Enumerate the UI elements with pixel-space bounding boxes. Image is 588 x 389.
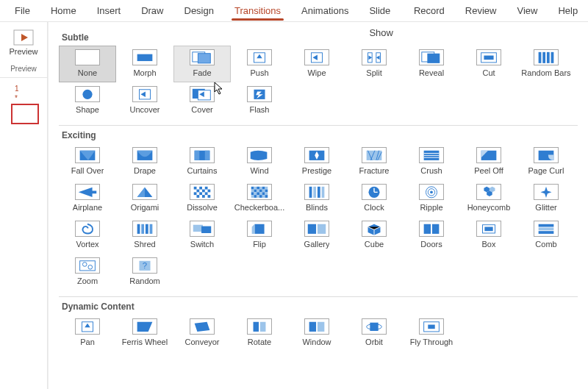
- tab-slide-show[interactable]: Slide Show: [359, 0, 404, 22]
- transition-gallery[interactable]: Gallery: [288, 217, 345, 254]
- transition-none-label: None: [78, 68, 97, 77]
- svg-rect-17: [539, 51, 542, 63]
- transition-fly-through[interactable]: Fly Through: [403, 315, 460, 351]
- transition-comb[interactable]: Comb: [517, 217, 575, 254]
- slide-animation-indicator: *: [9, 96, 18, 101]
- transition-crush[interactable]: Crush: [403, 143, 460, 180]
- tab-review[interactable]: Review: [455, 0, 507, 22]
- transition-shape[interactable]: Shape: [59, 82, 116, 119]
- tab-insert[interactable]: Insert: [87, 0, 132, 22]
- transition-ferris-wheel[interactable]: Ferris Wheel: [116, 315, 173, 351]
- tab-file[interactable]: File: [4, 0, 40, 22]
- transition-page-curl[interactable]: Page Curl: [517, 143, 575, 180]
- transition-rotate[interactable]: Rotate: [231, 315, 288, 351]
- transition-uncover[interactable]: Uncover: [116, 82, 173, 119]
- transition-prestige[interactable]: Prestige: [288, 143, 345, 180]
- transition-uncover-icon: [132, 86, 157, 102]
- svg-rect-71: [259, 195, 262, 198]
- transition-wind[interactable]: Wind: [231, 143, 288, 180]
- transition-split[interactable]: Split: [345, 46, 403, 82]
- tab-design[interactable]: Design: [174, 0, 224, 22]
- svg-rect-83: [322, 186, 325, 197]
- transition-clock-label: Clock: [364, 203, 384, 212]
- section-title-exciting: Exciting: [62, 130, 578, 140]
- svg-rect-61: [254, 189, 257, 192]
- svg-rect-14: [427, 53, 440, 63]
- transition-peel-off[interactable]: Peel Off: [460, 143, 517, 180]
- transition-pan-icon: [75, 318, 100, 335]
- tab-help[interactable]: Help: [548, 0, 588, 22]
- svg-rect-67: [257, 195, 259, 198]
- svg-rect-49: [199, 192, 202, 195]
- transition-cover[interactable]: Cover: [173, 82, 231, 119]
- transition-checkerboa[interactable]: Checkerboa...: [231, 180, 288, 217]
- transition-vortex[interactable]: Vortex: [59, 217, 116, 254]
- transition-ripple[interactable]: Ripple: [403, 180, 460, 217]
- svg-rect-109: [80, 260, 96, 270]
- transition-checkerboa-icon: [247, 184, 272, 200]
- transition-random[interactable]: ?Random: [116, 254, 173, 290]
- transition-morph[interactable]: Morph: [116, 46, 173, 82]
- transition-cut[interactable]: Cut: [460, 46, 517, 82]
- transition-fade[interactable]: Fade: [173, 46, 231, 82]
- slide-thumbnail[interactable]: [12, 104, 38, 124]
- preview-button[interactable]: Preview: [0, 26, 47, 60]
- transition-fade-label: Fade: [193, 68, 211, 77]
- transition-wipe[interactable]: Wipe: [288, 46, 345, 82]
- transition-orbit[interactable]: Orbit: [345, 315, 403, 351]
- tab-transitions[interactable]: Transitions: [224, 0, 291, 22]
- svg-marker-43: [137, 187, 145, 196]
- transition-fall-over[interactable]: Fall Over: [59, 143, 116, 180]
- transition-switch[interactable]: Switch: [173, 217, 231, 254]
- transition-curtains[interactable]: Curtains: [173, 143, 231, 180]
- svg-point-87: [430, 190, 433, 193]
- transition-honeycomb[interactable]: Honeycomb: [460, 180, 517, 217]
- transition-push[interactable]: Push: [231, 46, 288, 82]
- transition-window-icon: [304, 318, 329, 335]
- transition-fracture[interactable]: Fracture: [345, 143, 403, 180]
- transition-zoom[interactable]: Zoom: [59, 254, 116, 290]
- transition-cube[interactable]: Cube: [345, 217, 403, 254]
- tab-home[interactable]: Home: [40, 0, 87, 22]
- svg-rect-99: [308, 224, 316, 233]
- transition-airplane[interactable]: Airplane: [59, 180, 116, 217]
- transition-drape[interactable]: Drape: [116, 143, 173, 180]
- transition-flash[interactable]: Flash: [231, 82, 288, 119]
- transition-clock[interactable]: Clock: [345, 180, 403, 217]
- transition-none[interactable]: None: [59, 46, 116, 82]
- tab-record[interactable]: Record: [404, 0, 455, 22]
- transition-origami[interactable]: Origami: [116, 180, 173, 217]
- transition-shred-label: Shred: [134, 240, 155, 249]
- transition-fade-icon: [190, 49, 215, 65]
- transition-pan[interactable]: Pan: [59, 315, 116, 351]
- svg-rect-80: [309, 186, 312, 197]
- transition-shred[interactable]: Shred: [116, 217, 173, 254]
- transition-airplane-icon: [75, 184, 100, 200]
- transition-reveal-label: Reveal: [419, 68, 444, 77]
- tab-view[interactable]: View: [506, 0, 548, 22]
- svg-rect-105: [484, 226, 492, 231]
- transition-ferris-wheel-label: Ferris Wheel: [122, 338, 168, 346]
- preview-group-label: Preview: [0, 65, 47, 78]
- transition-comb-label: Comb: [535, 240, 556, 249]
- transition-flip[interactable]: Flip: [231, 217, 288, 254]
- transition-morph-label: Morph: [133, 68, 156, 77]
- transition-blinds[interactable]: Blinds: [288, 180, 345, 217]
- transition-orbit-icon: [362, 318, 387, 335]
- transition-dissolve[interactable]: Dissolve: [173, 180, 231, 217]
- svg-rect-119: [318, 321, 324, 331]
- transition-conveyor[interactable]: Conveyor: [173, 315, 231, 351]
- tab-animations[interactable]: Animations: [291, 0, 359, 22]
- transition-reveal[interactable]: Reveal: [403, 46, 460, 82]
- transition-box[interactable]: Box: [460, 217, 517, 254]
- tab-draw[interactable]: Draw: [131, 0, 173, 22]
- transition-window[interactable]: Window: [288, 315, 345, 351]
- transition-random-bars[interactable]: Random Bars: [517, 46, 575, 82]
- transition-doors[interactable]: Doors: [403, 217, 460, 254]
- slide-thumbnail-rail: 1 *: [9, 78, 38, 124]
- transition-vortex-icon: [75, 221, 100, 237]
- transition-glitter[interactable]: Glitter: [517, 180, 575, 217]
- svg-rect-51: [202, 195, 205, 198]
- transition-curtains-label: Curtains: [187, 166, 218, 175]
- transition-dissolve-label: Dissolve: [187, 203, 218, 212]
